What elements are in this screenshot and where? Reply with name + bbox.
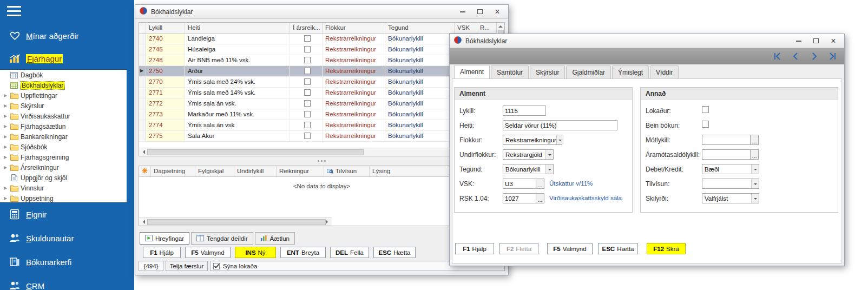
tree-item-dagbok[interactable]: Dagbók: [0, 70, 127, 80]
expand-arrow-icon[interactable]: ▶: [2, 124, 9, 129]
arsreikningur-checkbox[interactable]: [304, 89, 311, 96]
tree-item-fjarhagsaaetlun[interactable]: ▶Fjárhagsáætlun: [0, 121, 127, 131]
motlykill-lookup-button[interactable]: ...: [750, 135, 759, 145]
help-button[interactable]: F1Hjálp: [455, 243, 494, 254]
vsk-input[interactable]: [503, 179, 536, 189]
next-record-icon[interactable]: [808, 51, 819, 62]
tree-item-sjodsbok[interactable]: ▶Sjóðsbók: [0, 142, 127, 152]
maximize-button[interactable]: [807, 35, 825, 47]
table-row[interactable]: 2770Ýmis sala með 24% vsk.Rekstrarreikni…: [139, 77, 496, 88]
motlykill-input[interactable]: [702, 135, 751, 145]
aramotasaldolykill-lookup-button[interactable]: ...: [750, 149, 759, 160]
tab-ymislegt[interactable]: Ýmislegt: [612, 65, 649, 78]
column-header-vsk[interactable]: VSK: [455, 23, 477, 33]
list-window-titlebar[interactable]: Bókhaldslyklar ×: [135, 5, 508, 19]
save-button[interactable]: F12Skrá: [647, 243, 686, 254]
table-row[interactable]: 2740LandleigaRekstrarreikningurBókunarly…: [139, 34, 496, 44]
count-records-button[interactable]: Telja færslur: [166, 261, 208, 271]
table-row[interactable]: 2773Markaður með 11% vsk.Rekstrarreiknin…: [139, 109, 496, 120]
expand-arrow-icon[interactable]: ▶: [2, 93, 9, 98]
rsk-lookup-button[interactable]: ...: [536, 193, 544, 203]
menu-icon[interactable]: [7, 6, 22, 18]
column-header-arsreikningur[interactable]: Í ársreik...: [290, 23, 323, 33]
rsk-input[interactable]: [503, 193, 536, 203]
column-header-undirlykill[interactable]: Undirlykill: [234, 166, 277, 176]
arsreikningur-checkbox[interactable]: [304, 122, 311, 128]
undirflokkur-select[interactable]: Rekstrargjöld: [503, 149, 554, 160]
detail-window-titlebar[interactable]: Bókhaldslyklar ×: [450, 34, 844, 48]
sidebar-item-skuldunautar[interactable]: Skuldunautar: [0, 230, 134, 246]
column-header-tegund[interactable]: Tegund: [385, 23, 455, 33]
tab-almennt[interactable]: Almennt: [454, 65, 490, 78]
previous-record-icon[interactable]: [790, 51, 801, 62]
browse-button[interactable]: F2Fletta: [499, 243, 538, 254]
last-record-icon[interactable]: [827, 51, 838, 62]
column-header-fylgiskjal[interactable]: Fylgiskjal: [195, 166, 234, 176]
tree-item-uppsetning[interactable]: ▶Uppsetning: [0, 193, 127, 203]
new-button[interactable]: INSNý: [235, 247, 276, 258]
tree-item-vinnslur[interactable]: ▶Vinnslur: [0, 183, 127, 193]
expand-arrow-icon[interactable]: ▶: [2, 103, 9, 108]
tab-viddir[interactable]: Víddir: [650, 65, 679, 78]
edit-button[interactable]: ENTBreyta: [280, 247, 326, 258]
arsreikningur-checkbox[interactable]: [304, 35, 311, 42]
horizontal-scrollbar[interactable]: [139, 217, 332, 226]
arsreikningur-checkbox[interactable]: [304, 46, 311, 52]
column-header-reikningur[interactable]: Reikningur: [277, 166, 324, 176]
sidebar-item-eignir[interactable]: Eignir: [0, 207, 134, 222]
cancel-button[interactable]: ESCHætta: [373, 247, 416, 258]
tree-item-fjarhagsgreining[interactable]: ▶Fjárhagsgreining: [0, 152, 127, 162]
heiti-input[interactable]: [503, 120, 617, 130]
table-row[interactable]: 2772Ýmis sala án vsk.RekstrarreikningurB…: [139, 98, 496, 109]
tree-item-arsreikningur[interactable]: ▶Ársreikningur: [0, 162, 127, 173]
arsreikningur-checkbox[interactable]: [304, 100, 311, 107]
column-header-dagsetning[interactable]: Dagsetning: [151, 166, 195, 176]
aramotasaldolykill-input[interactable]: [702, 149, 751, 160]
tree-item-virdisaukaskattur[interactable]: ▶Virðisaukaskattur: [0, 111, 127, 121]
scroll-thumb[interactable]: [147, 149, 364, 155]
expand-arrow-icon[interactable]: ▶: [2, 144, 9, 149]
arsreikningur-checkbox[interactable]: [304, 78, 311, 85]
table-row[interactable]: 2771Ýmis sala með 14% vsk.Rekstrarreikni…: [139, 88, 496, 98]
table-row[interactable]: ▶2750ArðurRekstrarreikningurBókunarlykil…: [139, 66, 496, 77]
sidebar-item-minar-adgerdir[interactable]: Mínar aðgerðir: [0, 28, 134, 43]
table-row[interactable]: 2745HúsaleigaRekstrarreikningurBókunarly…: [139, 44, 496, 55]
tab-gjaldmidlar[interactable]: Gjaldmiðlar: [566, 65, 611, 78]
table-row[interactable]: 2774Ýmis sala án vskRekstrarreikningurBó…: [139, 120, 496, 131]
expand-arrow-icon[interactable]: ▶: [2, 155, 9, 160]
bein-bokun-checkbox[interactable]: [702, 121, 709, 128]
tab-hreyfingar[interactable]: Hreyfingar: [140, 232, 189, 245]
scroll-left-icon[interactable]: [141, 220, 145, 224]
expand-arrow-icon[interactable]: ▶: [2, 134, 9, 139]
scroll-left-icon[interactable]: [141, 150, 145, 154]
expand-arrow-icon[interactable]: ▶: [2, 165, 9, 170]
column-header-lykill[interactable]: Lykill: [146, 23, 185, 33]
menu-button[interactable]: F5Valmynd: [547, 243, 593, 254]
lokadur-checkbox[interactable]: [702, 106, 709, 113]
column-header-r[interactable]: R...: [477, 23, 496, 33]
tab-samtolur[interactable]: Samtölur: [491, 65, 529, 78]
first-record-icon[interactable]: [772, 51, 782, 62]
tree-item-skyrslur[interactable]: ▶Skýrslur: [0, 101, 127, 111]
close-button[interactable]: ×: [825, 35, 842, 47]
tab-skyrslur[interactable]: Skýrslur: [530, 65, 565, 78]
table-row[interactable]: 2748Air BNB með 11% vsk.Rekstrarreikning…: [139, 55, 496, 66]
close-button[interactable]: ×: [489, 6, 506, 18]
column-header-tilvisun[interactable]: Tilvísun: [324, 166, 370, 176]
minimize-button[interactable]: [454, 6, 471, 18]
column-header-heiti[interactable]: Heiti: [185, 23, 290, 33]
tree-item-uppflettingar[interactable]: ▶Uppflettingar: [0, 90, 127, 101]
scroll-up-icon[interactable]: [498, 23, 503, 28]
menu-button[interactable]: F5Valmynd: [185, 247, 231, 258]
maximize-button[interactable]: [471, 6, 489, 18]
show-closed-checkbox[interactable]: [213, 263, 220, 269]
tab-tengdar-deildir[interactable]: Tengdar deildir: [191, 232, 253, 245]
tree-item-bokhaldslyklar[interactable]: Bókhaldslyklar: [0, 80, 127, 90]
help-button[interactable]: F1Hjálp: [143, 247, 181, 258]
lykill-input[interactable]: [503, 106, 546, 116]
column-header-flokkur[interactable]: Flokkur: [323, 23, 385, 33]
sidebar-item-fjarhagur[interactable]: Fjárhagur: [0, 51, 134, 66]
delete-button[interactable]: DELFella: [330, 247, 369, 258]
cancel-button[interactable]: ESCHætta: [598, 243, 638, 254]
arsreikningur-checkbox[interactable]: [304, 133, 311, 139]
